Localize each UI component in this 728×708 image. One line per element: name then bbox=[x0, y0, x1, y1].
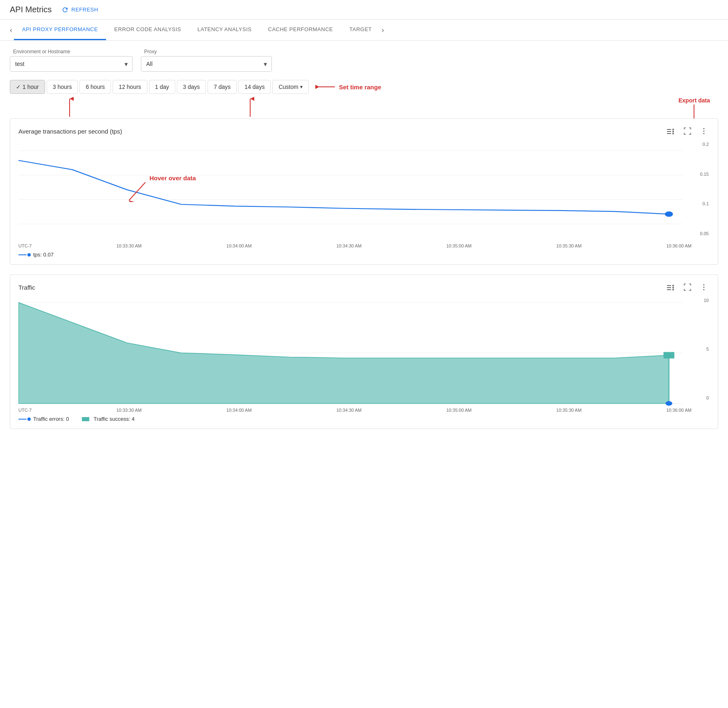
hover-annotation-label: Hover over data bbox=[149, 175, 196, 182]
svg-point-23 bbox=[672, 287, 674, 288]
chart-traffic-header: Traffic bbox=[18, 281, 710, 293]
time-range-row: ✓1 hour 3 hours 6 hours 12 hours 1 day 3… bbox=[10, 80, 718, 94]
fullscreen-icon bbox=[683, 127, 692, 135]
legend-icon bbox=[666, 127, 675, 135]
tps-legend-item: tps: 0.07 bbox=[18, 252, 54, 258]
svg-point-26 bbox=[703, 287, 705, 288]
arrow-left-icon bbox=[315, 83, 336, 91]
tps-legend-line bbox=[18, 254, 27, 255]
proxy-select-wrapper: All bbox=[141, 56, 272, 72]
chart-tps-header: Average transactions per second (tps) bbox=[18, 125, 710, 137]
time-btn-6hours[interactable]: 6 hours bbox=[79, 80, 111, 94]
chart-tps-legend: tps: 0.07 bbox=[18, 252, 710, 258]
set-time-range-label: Set time range bbox=[339, 84, 381, 91]
time-btn-3days[interactable]: 3 days bbox=[177, 80, 206, 94]
nav-next-arrow[interactable]: › bbox=[380, 23, 386, 38]
filters-row: Environment or Hostname test Proxy All bbox=[10, 49, 718, 72]
chart-tps: Average transactions per second (tps) bbox=[10, 118, 718, 265]
svg-point-12 bbox=[703, 133, 705, 134]
environment-select-wrapper: test bbox=[10, 56, 133, 72]
traffic-errors-label: Traffic errors: 0 bbox=[33, 416, 69, 422]
more-vert-icon bbox=[700, 127, 708, 135]
chart-tps-area: 0.2 0.15 0.1 0.05 UTC-7 10:33:30 AM 10:3… bbox=[18, 142, 710, 248]
refresh-button[interactable]: REFRESH bbox=[61, 6, 98, 14]
svg-point-33 bbox=[665, 401, 672, 406]
traffic-errors-line bbox=[18, 419, 27, 420]
arrow-up-env-icon bbox=[66, 97, 74, 118]
app-title: API Metrics bbox=[10, 5, 52, 14]
tps-legend-label: tps: 0.07 bbox=[33, 252, 54, 258]
nav-prev-arrow[interactable]: ‹ bbox=[8, 23, 14, 38]
svg-line-18 bbox=[129, 182, 145, 200]
tab-error-code-analysis[interactable]: ERROR CODE ANALYSIS bbox=[106, 20, 189, 40]
hover-annotation: Hover over data bbox=[125, 175, 196, 202]
legend-icon-2 bbox=[666, 284, 675, 291]
traffic-success-legend-item: Traffic success: 4 bbox=[82, 416, 134, 422]
environment-select[interactable]: test bbox=[10, 56, 133, 72]
chart-tps-x-axis: UTC-7 10:33:30 AM 10:34:00 AM 10:34:30 A… bbox=[18, 243, 692, 248]
chart-traffic-fullscreen[interactable] bbox=[682, 281, 693, 293]
time-btn-12hours[interactable]: 12 hours bbox=[113, 80, 147, 94]
chart-tps-fullscreen[interactable] bbox=[682, 125, 693, 137]
refresh-label: REFRESH bbox=[71, 7, 98, 13]
environment-label: Environment or Hostname bbox=[10, 49, 133, 54]
svg-point-25 bbox=[703, 284, 705, 286]
chart-tps-actions bbox=[665, 125, 710, 137]
svg-point-9 bbox=[672, 133, 674, 134]
tab-api-proxy-performance[interactable]: API PROXY PERFORMANCE bbox=[14, 20, 106, 40]
time-btn-1day[interactable]: 1 day bbox=[149, 80, 175, 94]
svg-point-17 bbox=[665, 211, 673, 217]
svg-point-24 bbox=[672, 289, 674, 290]
time-btn-7days[interactable]: 7 days bbox=[208, 80, 237, 94]
chart-tps-legend-toggle[interactable] bbox=[665, 126, 677, 136]
tab-latency-analysis[interactable]: LATENCY ANALYSIS bbox=[189, 20, 260, 40]
proxy-label: Proxy bbox=[141, 49, 272, 54]
chart-tps-y-axis: 0.2 0.15 0.1 0.05 bbox=[692, 142, 710, 236]
time-btn-custom[interactable]: Custom ▾ bbox=[272, 80, 308, 94]
svg-point-10 bbox=[703, 128, 705, 129]
fullscreen-icon-2 bbox=[683, 283, 692, 291]
chart-tps-title: Average transactions per second (tps) bbox=[18, 128, 122, 135]
set-time-range-annotation: Set time range bbox=[315, 83, 381, 91]
chart-traffic-title: Traffic bbox=[18, 284, 35, 291]
traffic-errors-dot bbox=[27, 418, 31, 421]
svg-point-8 bbox=[672, 131, 674, 132]
svg-rect-32 bbox=[663, 352, 674, 359]
tab-cache-performance[interactable]: CACHE PERFORMANCE bbox=[260, 20, 341, 40]
arrow-down-hover-icon bbox=[125, 182, 149, 202]
traffic-success-label: Traffic success: 4 bbox=[93, 416, 134, 422]
proxy-filter-group: Proxy All bbox=[141, 49, 272, 72]
tps-legend-dot bbox=[27, 253, 31, 256]
app-header: API Metrics REFRESH bbox=[0, 0, 728, 20]
arrow-up-proxy-icon bbox=[246, 97, 254, 118]
chart-traffic-menu[interactable] bbox=[698, 281, 710, 293]
svg-point-11 bbox=[703, 131, 705, 132]
chart-traffic: Traffic bbox=[10, 275, 718, 429]
export-annotation-label: Export data bbox=[678, 97, 710, 104]
chart-traffic-x-axis: UTC-7 10:33:30 AM 10:34:00 AM 10:34:30 A… bbox=[18, 408, 692, 413]
chart-traffic-svg bbox=[18, 298, 710, 413]
time-btn-1hour[interactable]: ✓1 hour bbox=[10, 80, 45, 94]
more-vert-icon-2 bbox=[700, 283, 708, 291]
chart-traffic-actions bbox=[665, 281, 710, 293]
traffic-errors-legend-item: Traffic errors: 0 bbox=[18, 416, 69, 422]
chart-traffic-y-axis: 10 5 0 bbox=[692, 298, 710, 400]
svg-point-22 bbox=[672, 285, 674, 286]
chart-traffic-legend-toggle[interactable] bbox=[665, 282, 677, 293]
svg-point-7 bbox=[672, 129, 674, 130]
refresh-icon bbox=[61, 6, 69, 14]
chart-tps-menu[interactable] bbox=[698, 125, 710, 137]
time-btn-3hours[interactable]: 3 hours bbox=[47, 80, 78, 94]
svg-point-27 bbox=[703, 289, 705, 290]
traffic-success-rect bbox=[82, 417, 89, 421]
chart-tps-svg bbox=[18, 142, 710, 248]
main-content: Environment or Hostname test Proxy All ✓… bbox=[0, 41, 728, 447]
time-btn-14days[interactable]: 14 days bbox=[238, 80, 271, 94]
chart-traffic-area: 10 5 0 UTC-7 10:33:30 AM 10:34:00 AM 10:… bbox=[18, 298, 710, 413]
tab-target[interactable]: TARGET bbox=[341, 20, 380, 40]
environment-filter-group: Environment or Hostname test bbox=[10, 49, 133, 72]
nav-tabs: ‹ API PROXY PERFORMANCE ERROR CODE ANALY… bbox=[0, 20, 728, 41]
custom-dropdown-icon: ▾ bbox=[300, 84, 303, 90]
chart-traffic-legend: Traffic errors: 0 Traffic success: 4 bbox=[18, 416, 710, 422]
proxy-select[interactable]: All bbox=[141, 56, 272, 72]
